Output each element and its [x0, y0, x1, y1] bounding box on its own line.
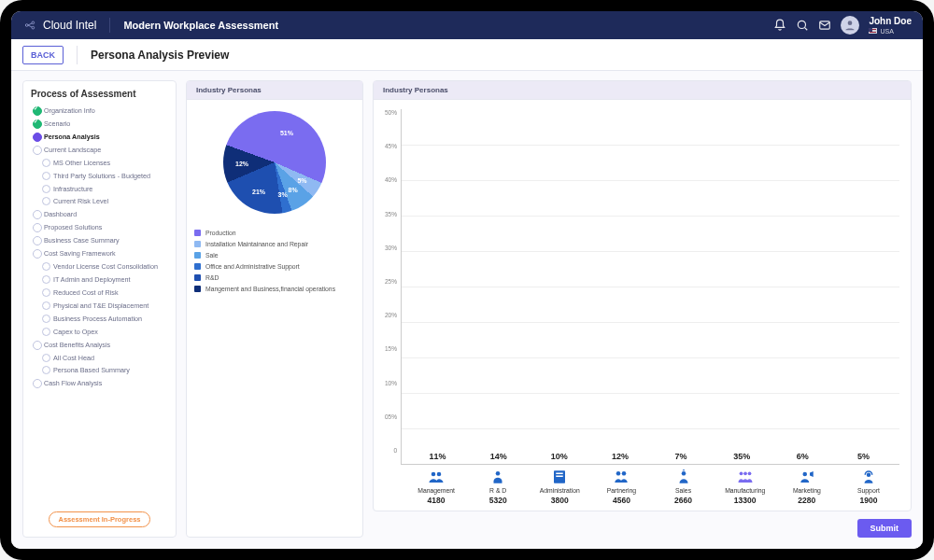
- bar-value-label: 6%: [797, 452, 809, 461]
- category-count: 1900: [859, 496, 877, 505]
- user-location: USA: [869, 28, 912, 35]
- bar-y-axis: 50%45%40%35%30%25%20%15%10%05%0: [385, 109, 401, 465]
- persona-icon: [799, 469, 815, 485]
- mail-icon[interactable]: [818, 19, 831, 32]
- category-label: Marketing: [793, 487, 821, 494]
- svg-point-6: [432, 472, 436, 477]
- sidebar-step[interactable]: Proposed Solutions: [31, 221, 168, 234]
- persona-icon: [613, 469, 630, 485]
- y-tick: 15%: [385, 345, 397, 352]
- bar: 14%: [468, 452, 529, 464]
- assessment-step-list: Organization InfoScenarioPersona Analysi…: [31, 105, 168, 506]
- sidebar-step[interactable]: Business Case Summary: [31, 234, 168, 247]
- back-button[interactable]: BACK: [22, 46, 64, 64]
- sidebar-step[interactable]: Cash Flow Analysis: [31, 377, 168, 390]
- sidebar-step[interactable]: Persona Analysis: [31, 131, 168, 144]
- y-tick: 25%: [385, 278, 397, 285]
- sidebar-step[interactable]: Vendor License Cost Consolidation: [31, 260, 168, 273]
- bar-category: Partnering4560: [590, 465, 652, 505]
- sidebar-step[interactable]: Cost Benefits Analysis: [31, 339, 168, 352]
- bar-value-label: 12%: [612, 452, 629, 461]
- category-label: Administration: [540, 487, 580, 494]
- page-title: Persona Analysis Preview: [77, 46, 229, 64]
- assessment-sidebar: Process of Assessment Organization InfoS…: [22, 80, 177, 538]
- category-label: Partnering: [607, 487, 636, 494]
- category-count: 5320: [489, 496, 507, 505]
- y-tick: 35%: [385, 211, 397, 217]
- y-tick: 30%: [385, 245, 397, 251]
- persona-icon: [428, 469, 445, 485]
- legend-item: R&D: [194, 272, 355, 283]
- sidebar-step[interactable]: Reduced Cost of Risk: [31, 287, 168, 300]
- svg-point-13: [622, 471, 627, 476]
- bar-categories: Management4180R & D5320Administration380…: [405, 465, 899, 505]
- svg-point-18: [802, 472, 807, 477]
- svg-point-0: [25, 24, 28, 27]
- sidebar-step[interactable]: Infrastructure: [31, 183, 168, 196]
- category-count: 2660: [674, 496, 692, 505]
- bell-icon[interactable]: [773, 19, 786, 32]
- bar-value-label: 10%: [551, 452, 568, 461]
- avatar[interactable]: [841, 16, 859, 35]
- sidebar-step[interactable]: Physical and T&E Displacement: [31, 300, 168, 313]
- bar-value-label: 5%: [857, 452, 870, 461]
- sidebar-step[interactable]: Persona Based Summary: [31, 364, 168, 377]
- legend-item: Sale: [194, 249, 355, 260]
- app-title: Modern Workplace Assessment: [123, 20, 278, 31]
- svg-point-3: [799, 21, 806, 28]
- top-bar: Cloud Intel Modern Workplace Assessment …: [11, 11, 923, 39]
- sidebar-step[interactable]: All Cost Head: [31, 352, 168, 365]
- flag-us-icon: [869, 28, 877, 34]
- bar-category: Sales2660: [653, 465, 715, 505]
- y-tick: 45%: [385, 143, 397, 149]
- bar: 11%: [407, 452, 468, 464]
- sidebar-step[interactable]: Current Landscape: [31, 144, 168, 157]
- category-count: 4560: [613, 496, 630, 505]
- cloud-intel-icon: [22, 18, 37, 33]
- legend-item: Production: [194, 227, 355, 238]
- svg-point-1: [32, 21, 35, 24]
- sidebar-step[interactable]: Scenario: [31, 118, 168, 131]
- category-label: Support: [857, 487, 880, 494]
- brand-logo: Cloud Intel: [22, 18, 110, 33]
- sidebar-step[interactable]: Business Process Automation: [31, 313, 168, 326]
- legend-item: Mangement and Business,financial operati…: [194, 283, 355, 294]
- sidebar-step[interactable]: MS Other Licenses: [31, 157, 168, 170]
- y-tick: 40%: [385, 176, 397, 183]
- svg-point-8: [496, 471, 501, 476]
- bar-category: Administration3800: [529, 465, 590, 505]
- y-tick: 05%: [385, 413, 397, 420]
- y-tick: 10%: [385, 380, 397, 386]
- bar-category: R & D5320: [467, 465, 529, 505]
- bar-value-label: 35%: [733, 452, 750, 461]
- user-name: John Doe: [869, 17, 912, 26]
- sidebar-step[interactable]: IT Admin and Deployment: [31, 273, 168, 287]
- panel-title: Industry Personas: [187, 81, 362, 100]
- svg-point-2: [32, 26, 35, 29]
- sidebar-step[interactable]: Capex to Opex: [31, 326, 168, 339]
- sidebar-step[interactable]: Dashboard: [31, 208, 168, 221]
- category-count: 3800: [551, 496, 569, 505]
- sidebar-step[interactable]: Cost Saving Framework: [31, 247, 168, 260]
- bar-category: Manufacturing13300: [715, 465, 776, 505]
- submit-button[interactable]: Submit: [857, 519, 913, 538]
- bar-value-label: 7%: [675, 452, 687, 461]
- bar-category: Marketing2280: [776, 465, 838, 505]
- sidebar-step[interactable]: Current Risk Level: [31, 195, 168, 208]
- category-label: Sales: [675, 487, 691, 494]
- persona-icon: [675, 469, 692, 485]
- category-count: 13300: [734, 496, 757, 505]
- pie-slice-label: 21%: [252, 188, 265, 194]
- bar: 5%: [833, 452, 894, 464]
- pie-slice-label: 12%: [235, 160, 248, 166]
- brand-name: Cloud Intel: [43, 19, 96, 32]
- bar-category: Management4180: [405, 465, 467, 505]
- sidebar-step[interactable]: Third Party Solutions - Budgeted: [31, 170, 168, 183]
- bar-value-label: 14%: [490, 452, 507, 461]
- persona-icon: [860, 469, 877, 485]
- sidebar-step[interactable]: Organization Info: [31, 105, 168, 118]
- y-tick: 50%: [385, 109, 397, 116]
- bar: 7%: [651, 452, 712, 464]
- svg-point-19: [867, 473, 871, 478]
- search-icon[interactable]: [796, 19, 809, 32]
